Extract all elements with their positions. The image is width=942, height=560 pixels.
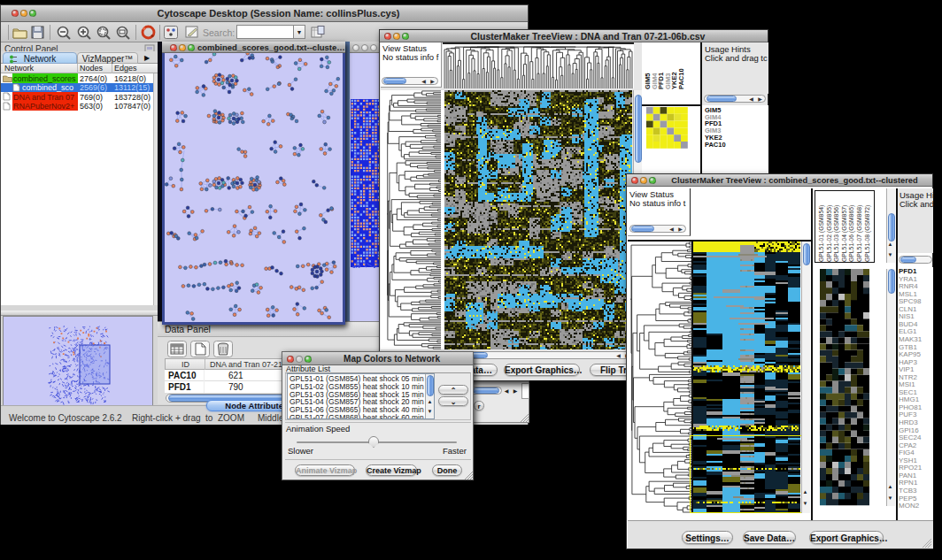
svg-text:GPL51-01 (GSM854): GPL51-01 (GSM854)	[818, 205, 825, 262]
svg-text:GPL51-03 (GSM856): GPL51-03 (GSM856)	[833, 205, 840, 262]
svg-text:GPL51-04 (GSM857): GPL51-04 (GSM857)	[841, 205, 848, 262]
svg-text:GPL51-08 (GSM872): GPL51-08 (GSM872)	[864, 205, 871, 262]
svg-text:GPL51-07 (GSM868): GPL51-07 (GSM868)	[856, 205, 863, 262]
svg-text:PAC10: PAC10	[677, 68, 685, 89]
svg-text:GPL51-06 (GSM865): GPL51-06 (GSM865)	[848, 205, 855, 262]
svg-text:GPL51-02 (GSM855): GPL51-02 (GSM855)	[826, 205, 833, 262]
